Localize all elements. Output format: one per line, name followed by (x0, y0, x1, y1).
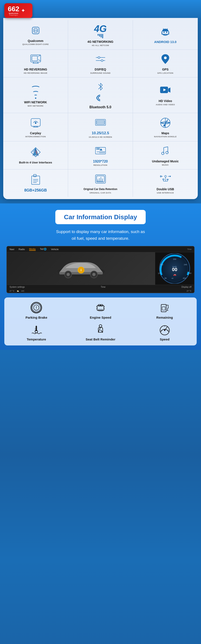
section-title-box: Car Information Display (55, 210, 146, 224)
parking-brake-icon: ! (30, 302, 42, 314)
svg-rect-90 (167, 179, 168, 180)
indicators-grid: ! Parking Brake Engine Sp (6, 302, 194, 341)
features-grid: CPU Qualcomm QUALCOMM EIGHT-CORE 4G 4G N… (3, 20, 198, 197)
chip-model: snapdragon (9, 14, 18, 16)
svg-point-99 (66, 273, 70, 276)
speed-label: Speed (160, 338, 170, 341)
remaining-label: Remaining (156, 316, 173, 319)
svg-rect-73 (34, 174, 36, 177)
svg-rect-60 (98, 148, 100, 150)
feature-subtitle-screen: 10.25/12.5 HD SCREEN (88, 136, 112, 138)
feature-subtitle-cpu: QUALCOMM EIGHT-CORE (22, 43, 49, 46)
speed-gauge-icon (159, 324, 170, 335)
svg-text:120: 120 (158, 272, 161, 274)
temperature-icon (30, 324, 42, 335)
svg-text:00: 00 (172, 267, 177, 272)
usb-icon (160, 174, 171, 186)
feature-subtitle-resolution: Resolution (93, 164, 107, 166)
feature-subtitle-carplay: INTERCONNECTION (25, 136, 46, 138)
parking-brake-label: Parking Brake (26, 316, 47, 319)
feature-title-4ui: Built-in 4 User Interfaces (19, 161, 52, 164)
feature-bluetooth: Bluetooth 5.0 (68, 78, 133, 113)
nav-radio: Radio (18, 248, 25, 250)
feature-title-android: ANDROID 13.0 (154, 40, 176, 44)
seatbelt-label: Seat Belt Reminder (86, 338, 116, 341)
gps-icon (160, 54, 171, 66)
music-icon (160, 146, 171, 158)
info-description: Support to display many car information,… (4, 228, 197, 242)
feature-gps: GPS GPS LOCATION (133, 50, 198, 78)
feature-title-hdvideo: HD Video (159, 99, 172, 103)
nav-time: Time (187, 248, 192, 250)
screen-icon (95, 117, 106, 129)
svg-text:200: 200 (173, 258, 176, 260)
footer-system: System settings (10, 286, 25, 288)
feature-maps: Maps NAVIGATION DONGLE (133, 113, 198, 142)
feature-title-wifi: WIFI NETWORK (24, 100, 47, 104)
indicator-remaining: Remaining (135, 302, 194, 319)
indicator-speed: Speed (135, 324, 194, 341)
dash-left: i (7, 252, 155, 285)
svg-line-26 (38, 60, 40, 61)
qualcomm-icon: ✦ (21, 8, 25, 14)
feature-subtitle-music: MUSIC (162, 164, 169, 166)
dashboard-nav: Navi Radio Media Tel/🌐 Vehicle Time (7, 246, 194, 252)
svg-rect-121 (97, 306, 104, 310)
storage-icon (30, 174, 41, 186)
svg-text:280: 280 (188, 272, 191, 274)
feature-resolution: 1920*720 Resolution (68, 142, 133, 170)
feature-cardata: Original Car Data Retention ORIGINAL CAR… (68, 170, 133, 197)
nav-tel: Tel/🌐 (40, 248, 47, 250)
engine-speed-label: Engine Speed (90, 316, 111, 319)
feature-title-usb: Double USB (157, 188, 174, 191)
indicator-seatbelt: Seat Belt Reminder (71, 324, 130, 341)
feature-4g: 4G 4G NETWORKING 4G ALL NETCOM (68, 20, 133, 50)
chip-brand: Qualcomm (9, 12, 18, 14)
svg-point-34 (164, 56, 167, 59)
4g-icon: 4G (94, 24, 107, 38)
feature-subtitle-dsp: SURROUND SOUND (90, 72, 110, 74)
nav-vehicle: Vehicle (51, 248, 58, 250)
svg-point-84 (165, 176, 166, 177)
feature-title-reversing: HD REVERSING (24, 68, 47, 71)
svg-point-138 (99, 325, 102, 327)
qualcomm-chip-badge: 662 Qualcomm snapdragon ✦ (4, 3, 32, 18)
feature-hdvideo: HD Video AUDIO AND VIDEO (133, 78, 198, 113)
4ui-icon (30, 147, 41, 159)
svg-point-49 (164, 125, 165, 126)
feature-subtitle-usb: USB INTERFACE (157, 192, 174, 194)
feature-title-screen: 10.25/12.5 (92, 131, 109, 135)
dsp-icon (95, 54, 106, 66)
footer-display: Display off (181, 286, 192, 288)
feature-storage: 8GB+256GB (3, 170, 68, 197)
feature-usb: Double USB USB INTERFACE (133, 170, 198, 197)
feature-title-cpu: Qualcomm (28, 39, 43, 43)
svg-rect-24 (32, 56, 38, 61)
feature-wifi: WIFI NETWORK WIFI NETWORK (3, 78, 68, 113)
dashboard-mockup: Navi Radio Media Tel/🌐 Vehicle Time (6, 246, 194, 293)
android-icon (160, 26, 171, 38)
features-card: CPU Qualcomm QUALCOMM EIGHT-CORE 4G 4G N… (3, 18, 198, 199)
svg-line-140 (100, 330, 103, 332)
svg-rect-72 (32, 176, 40, 184)
svg-rect-130 (162, 307, 165, 310)
indicator-parking-brake: ! Parking Brake (6, 302, 66, 319)
feature-subtitle-wifi: WIFI NETWORK (28, 105, 44, 107)
feature-subtitle-gps: GPS LOCATION (157, 72, 173, 74)
dashboard-footer: System settings Time Display off (7, 285, 194, 289)
svg-text:🚗: 🚗 (173, 273, 176, 276)
reversing-icon (30, 54, 41, 66)
feature-screen: 10.25/12.5 10.25/12.5 HD SCREEN (68, 113, 133, 142)
svg-text:40: 40 (172, 277, 174, 279)
feature-carplay: Carplay INTERCONNECTION (3, 113, 68, 142)
svg-rect-129 (161, 304, 166, 312)
svg-point-31 (98, 56, 100, 58)
svg-text:160: 160 (160, 264, 163, 266)
svg-text:i: i (80, 268, 82, 272)
carplay-icon (30, 118, 41, 130)
feature-title-cardata: Original Car Data Retention (84, 188, 117, 191)
svg-marker-61 (100, 148, 102, 151)
feature-title-bluetooth: Bluetooth 5.0 (90, 105, 111, 109)
maps-icon (160, 118, 171, 130)
nav-navi: Navi (10, 248, 14, 250)
